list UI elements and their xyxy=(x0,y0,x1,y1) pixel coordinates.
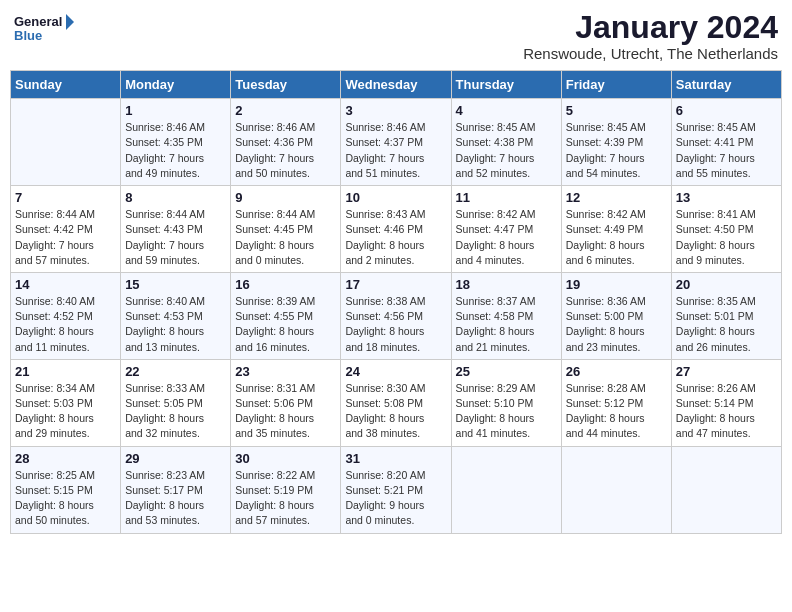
day-info: Sunrise: 8:31 AMSunset: 5:06 PMDaylight:… xyxy=(235,381,336,442)
calendar-cell: 29Sunrise: 8:23 AMSunset: 5:17 PMDayligh… xyxy=(121,446,231,533)
calendar-cell xyxy=(671,446,781,533)
weekday-header-monday: Monday xyxy=(121,71,231,99)
day-info: Sunrise: 8:44 AMSunset: 4:45 PMDaylight:… xyxy=(235,207,336,268)
day-number: 2 xyxy=(235,103,336,118)
day-number: 17 xyxy=(345,277,446,292)
calendar-cell: 13Sunrise: 8:41 AMSunset: 4:50 PMDayligh… xyxy=(671,186,781,273)
day-number: 14 xyxy=(15,277,116,292)
day-info: Sunrise: 8:34 AMSunset: 5:03 PMDaylight:… xyxy=(15,381,116,442)
day-number: 7 xyxy=(15,190,116,205)
calendar-cell: 20Sunrise: 8:35 AMSunset: 5:01 PMDayligh… xyxy=(671,272,781,359)
day-info: Sunrise: 8:43 AMSunset: 4:46 PMDaylight:… xyxy=(345,207,446,268)
day-info: Sunrise: 8:33 AMSunset: 5:05 PMDaylight:… xyxy=(125,381,226,442)
calendar-cell: 24Sunrise: 8:30 AMSunset: 5:08 PMDayligh… xyxy=(341,359,451,446)
calendar-cell: 3Sunrise: 8:46 AMSunset: 4:37 PMDaylight… xyxy=(341,99,451,186)
day-number: 4 xyxy=(456,103,557,118)
calendar-cell: 21Sunrise: 8:34 AMSunset: 5:03 PMDayligh… xyxy=(11,359,121,446)
calendar-cell: 31Sunrise: 8:20 AMSunset: 5:21 PMDayligh… xyxy=(341,446,451,533)
calendar-cell: 16Sunrise: 8:39 AMSunset: 4:55 PMDayligh… xyxy=(231,272,341,359)
week-row-3: 14Sunrise: 8:40 AMSunset: 4:52 PMDayligh… xyxy=(11,272,782,359)
day-info: Sunrise: 8:25 AMSunset: 5:15 PMDaylight:… xyxy=(15,468,116,529)
day-info: Sunrise: 8:30 AMSunset: 5:08 PMDaylight:… xyxy=(345,381,446,442)
day-info: Sunrise: 8:41 AMSunset: 4:50 PMDaylight:… xyxy=(676,207,777,268)
calendar-cell: 9Sunrise: 8:44 AMSunset: 4:45 PMDaylight… xyxy=(231,186,341,273)
calendar-cell: 23Sunrise: 8:31 AMSunset: 5:06 PMDayligh… xyxy=(231,359,341,446)
calendar-cell xyxy=(11,99,121,186)
calendar-cell: 14Sunrise: 8:40 AMSunset: 4:52 PMDayligh… xyxy=(11,272,121,359)
calendar-cell: 26Sunrise: 8:28 AMSunset: 5:12 PMDayligh… xyxy=(561,359,671,446)
svg-text:General: General xyxy=(14,14,62,29)
day-number: 9 xyxy=(235,190,336,205)
day-number: 18 xyxy=(456,277,557,292)
calendar-cell xyxy=(561,446,671,533)
day-number: 6 xyxy=(676,103,777,118)
day-number: 5 xyxy=(566,103,667,118)
day-number: 16 xyxy=(235,277,336,292)
day-number: 31 xyxy=(345,451,446,466)
calendar-cell: 27Sunrise: 8:26 AMSunset: 5:14 PMDayligh… xyxy=(671,359,781,446)
day-info: Sunrise: 8:29 AMSunset: 5:10 PMDaylight:… xyxy=(456,381,557,442)
day-info: Sunrise: 8:38 AMSunset: 4:56 PMDaylight:… xyxy=(345,294,446,355)
day-number: 1 xyxy=(125,103,226,118)
weekday-header-friday: Friday xyxy=(561,71,671,99)
day-number: 29 xyxy=(125,451,226,466)
calendar-cell: 2Sunrise: 8:46 AMSunset: 4:36 PMDaylight… xyxy=(231,99,341,186)
day-number: 24 xyxy=(345,364,446,379)
svg-text:Blue: Blue xyxy=(14,28,42,43)
calendar-cell: 19Sunrise: 8:36 AMSunset: 5:00 PMDayligh… xyxy=(561,272,671,359)
day-number: 19 xyxy=(566,277,667,292)
day-info: Sunrise: 8:20 AMSunset: 5:21 PMDaylight:… xyxy=(345,468,446,529)
weekday-header-wednesday: Wednesday xyxy=(341,71,451,99)
day-number: 10 xyxy=(345,190,446,205)
day-info: Sunrise: 8:26 AMSunset: 5:14 PMDaylight:… xyxy=(676,381,777,442)
day-number: 21 xyxy=(15,364,116,379)
day-number: 8 xyxy=(125,190,226,205)
week-row-5: 28Sunrise: 8:25 AMSunset: 5:15 PMDayligh… xyxy=(11,446,782,533)
calendar-cell: 10Sunrise: 8:43 AMSunset: 4:46 PMDayligh… xyxy=(341,186,451,273)
day-number: 23 xyxy=(235,364,336,379)
day-info: Sunrise: 8:44 AMSunset: 4:42 PMDaylight:… xyxy=(15,207,116,268)
calendar-cell: 15Sunrise: 8:40 AMSunset: 4:53 PMDayligh… xyxy=(121,272,231,359)
day-info: Sunrise: 8:42 AMSunset: 4:49 PMDaylight:… xyxy=(566,207,667,268)
calendar-cell: 18Sunrise: 8:37 AMSunset: 4:58 PMDayligh… xyxy=(451,272,561,359)
calendar-cell: 25Sunrise: 8:29 AMSunset: 5:10 PMDayligh… xyxy=(451,359,561,446)
day-info: Sunrise: 8:45 AMSunset: 4:41 PMDaylight:… xyxy=(676,120,777,181)
weekday-header-row: SundayMondayTuesdayWednesdayThursdayFrid… xyxy=(11,71,782,99)
day-number: 30 xyxy=(235,451,336,466)
calendar-cell: 7Sunrise: 8:44 AMSunset: 4:42 PMDaylight… xyxy=(11,186,121,273)
weekday-header-saturday: Saturday xyxy=(671,71,781,99)
svg-marker-2 xyxy=(66,14,74,30)
day-number: 3 xyxy=(345,103,446,118)
day-info: Sunrise: 8:35 AMSunset: 5:01 PMDaylight:… xyxy=(676,294,777,355)
day-info: Sunrise: 8:28 AMSunset: 5:12 PMDaylight:… xyxy=(566,381,667,442)
day-number: 27 xyxy=(676,364,777,379)
day-info: Sunrise: 8:46 AMSunset: 4:37 PMDaylight:… xyxy=(345,120,446,181)
calendar-cell xyxy=(451,446,561,533)
logo: General Blue xyxy=(14,10,74,50)
day-info: Sunrise: 8:44 AMSunset: 4:43 PMDaylight:… xyxy=(125,207,226,268)
weekday-header-thursday: Thursday xyxy=(451,71,561,99)
day-info: Sunrise: 8:42 AMSunset: 4:47 PMDaylight:… xyxy=(456,207,557,268)
day-info: Sunrise: 8:22 AMSunset: 5:19 PMDaylight:… xyxy=(235,468,336,529)
day-info: Sunrise: 8:45 AMSunset: 4:39 PMDaylight:… xyxy=(566,120,667,181)
title-block: January 2024 Renswoude, Utrecht, The Net… xyxy=(523,10,778,62)
day-info: Sunrise: 8:39 AMSunset: 4:55 PMDaylight:… xyxy=(235,294,336,355)
day-number: 11 xyxy=(456,190,557,205)
calendar-cell: 30Sunrise: 8:22 AMSunset: 5:19 PMDayligh… xyxy=(231,446,341,533)
calendar-cell: 5Sunrise: 8:45 AMSunset: 4:39 PMDaylight… xyxy=(561,99,671,186)
calendar-cell: 12Sunrise: 8:42 AMSunset: 4:49 PMDayligh… xyxy=(561,186,671,273)
day-number: 13 xyxy=(676,190,777,205)
calendar-cell: 28Sunrise: 8:25 AMSunset: 5:15 PMDayligh… xyxy=(11,446,121,533)
day-number: 20 xyxy=(676,277,777,292)
calendar-cell: 17Sunrise: 8:38 AMSunset: 4:56 PMDayligh… xyxy=(341,272,451,359)
day-number: 22 xyxy=(125,364,226,379)
day-number: 26 xyxy=(566,364,667,379)
page-header: General Blue January 2024 Renswoude, Utr… xyxy=(10,10,782,62)
calendar-table: SundayMondayTuesdayWednesdayThursdayFrid… xyxy=(10,70,782,533)
day-info: Sunrise: 8:45 AMSunset: 4:38 PMDaylight:… xyxy=(456,120,557,181)
calendar-cell: 22Sunrise: 8:33 AMSunset: 5:05 PMDayligh… xyxy=(121,359,231,446)
calendar-cell: 1Sunrise: 8:46 AMSunset: 4:35 PMDaylight… xyxy=(121,99,231,186)
day-number: 12 xyxy=(566,190,667,205)
day-number: 25 xyxy=(456,364,557,379)
main-title: January 2024 xyxy=(523,10,778,45)
